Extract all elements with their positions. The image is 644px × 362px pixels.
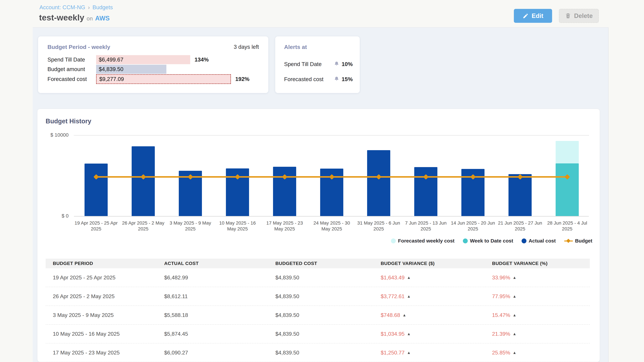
- x-axis-label-2: 26 Apr 2025 - 2 May 2025: [120, 220, 166, 232]
- budget-amount-label: Budget amount: [48, 66, 96, 72]
- chevron-right-icon: ›: [88, 4, 90, 10]
- cell-variance-usd: $1,034.95▲: [381, 331, 404, 337]
- y-axis-label-zero: $ 0: [39, 213, 68, 219]
- cell-actual-cost: $6,090.27: [164, 350, 188, 356]
- alert-row-forecast: Forecasted cost 15%: [284, 76, 353, 83]
- legend-item-budget[interactable]: Budget: [564, 238, 592, 244]
- alerts-card: Alerts at Spend Till Date 10% Forecasted…: [275, 36, 360, 93]
- x-axis-label-3: 3 May 2025 - 9 May 2025: [168, 220, 213, 232]
- forecasted-cost-row: Forecasted cost $9,277.09 192%: [48, 74, 262, 84]
- budget-history-title: Budget History: [46, 118, 91, 125]
- cell-budgeted-cost: $4,839.50: [276, 275, 299, 281]
- breadcrumb: Account: CCM-NG › Budgets: [40, 4, 113, 10]
- table-row[interactable]: 3 May 2025 - 9 May 2025$5,588.18$4,839.5…: [46, 306, 590, 325]
- legend-item-week-to-date-cost[interactable]: Week to Date cost: [463, 238, 513, 244]
- spend-till-date-bar: $6,499.67: [96, 55, 190, 64]
- cell-budgeted-cost: $4,839.50: [276, 350, 299, 356]
- chart-bar-actual-7[interactable]: [367, 150, 390, 216]
- legend-item-forecasted-weekly-cost[interactable]: Forecasted weekly cost: [391, 238, 454, 244]
- budget-amount-value: $4,839.50: [99, 66, 124, 72]
- breadcrumb-budgets-link[interactable]: Budgets: [92, 4, 113, 10]
- x-axis-label-11: 28 Jun 2025 - 4 Jul 2025: [544, 220, 590, 232]
- cell-variance-usd: $1,250.77▲: [381, 350, 404, 356]
- edit-button-label: Edit: [532, 12, 544, 19]
- page-title: test-weekly on AWS: [39, 13, 110, 22]
- cell-budget-period: 3 May 2025 - 9 May 2025: [53, 312, 114, 318]
- table-row[interactable]: 10 May 2025 - 16 May 2025$5,874.45$4,839…: [46, 325, 590, 344]
- cell-variance-pct: 15.47%▲: [492, 312, 510, 318]
- chart-bar-actual-1[interactable]: [84, 164, 108, 216]
- variance-up-arrow-icon: ▲: [513, 332, 516, 336]
- budget-history-card: Budget History $ 10000 $ 0 19 Apr 2025 -…: [37, 109, 600, 362]
- x-axis-label-6: 24 May 2025 - 30 May 2025: [309, 220, 354, 232]
- table-row[interactable]: 19 Apr 2025 - 25 Apr 2025$6,482.99$4,839…: [46, 268, 590, 287]
- chart-baseline: [74, 216, 589, 217]
- legend-label: Budget: [575, 238, 592, 244]
- legend-dot-week-to-date: [463, 239, 468, 243]
- chart-gridline-10000: [74, 135, 589, 136]
- legend-item-actual-cost[interactable]: Actual cost: [522, 238, 556, 244]
- cloud-provider-label: AWS: [95, 15, 110, 22]
- cell-variance-usd: $3,772.61▲: [381, 293, 404, 300]
- variance-up-arrow-icon: ▲: [402, 313, 406, 318]
- variance-up-arrow-icon: ▲: [407, 294, 411, 299]
- spend-till-date-percent: 134%: [194, 56, 209, 63]
- chart-bar-actual-10[interactable]: [508, 174, 532, 216]
- spend-till-date-row: Spend Till Date $6,499.67 134%: [48, 55, 262, 64]
- budget-name: test-weekly: [39, 13, 84, 22]
- variance-up-arrow-icon: ▲: [407, 332, 411, 336]
- alert-row-spend: Spend Till Date 10%: [284, 60, 353, 68]
- col-budget-variance-pct: BUDGET VARIANCE (%): [492, 261, 548, 266]
- x-axis-label-8: 7 Jun 2025 - 13 Jun 2025: [403, 220, 448, 232]
- forecasted-cost-label: Forecasted cost: [48, 76, 96, 82]
- cell-budget-period: 26 Apr 2025 - 2 May 2025: [53, 293, 114, 300]
- budget-period-card-title: Budget Period - weekly: [48, 44, 110, 50]
- alert-forecast-label: Forecasted cost: [284, 76, 324, 82]
- cell-actual-cost: $6,482.99: [164, 275, 188, 281]
- chart-bar-actual-2[interactable]: [132, 146, 155, 216]
- spend-till-date-label: Spend Till Date: [48, 56, 96, 63]
- cell-actual-cost: $5,588.18: [164, 312, 188, 318]
- delete-button-label: Delete: [574, 12, 593, 19]
- delete-button[interactable]: Delete: [559, 9, 599, 23]
- x-axis-label-9: 14 Jun 2025 - 20 Jun 2025: [450, 220, 496, 232]
- y-axis-label-max: $ 10000: [39, 132, 68, 138]
- legend-label: Actual cost: [528, 238, 556, 244]
- legend-dot-forecast: [391, 239, 396, 243]
- breadcrumb-account-link[interactable]: Account: CCM-NG: [40, 4, 85, 10]
- variance-up-arrow-icon: ▲: [513, 313, 516, 318]
- table-row[interactable]: 17 May 2025 - 23 May 2025$6,090.27$4,839…: [46, 344, 590, 362]
- col-budgeted-cost: BUDGETED COST: [276, 261, 317, 266]
- bell-icon: [334, 76, 339, 82]
- forecasted-cost-value: $9,277.09: [99, 76, 124, 82]
- x-axis-label-7: 31 May 2025 - 6 Jun 2025: [356, 220, 402, 232]
- spend-till-date-value: $6,499.67: [99, 56, 124, 63]
- cell-variance-pct: 21.39%▲: [492, 331, 510, 337]
- col-budget-period: BUDGET PERIOD: [53, 261, 93, 266]
- cell-budgeted-cost: $4,839.50: [276, 293, 299, 300]
- x-axis-label-5: 17 May 2025 - 23 May 2025: [262, 220, 308, 232]
- legend-label: Forecasted weekly cost: [398, 238, 454, 244]
- forecasted-cost-percent: 192%: [235, 76, 250, 82]
- cell-budgeted-cost: $4,839.50: [276, 331, 299, 337]
- legend-label: Week to Date cost: [470, 238, 513, 244]
- forecasted-cost-bar: $9,277.09: [96, 74, 231, 84]
- on-label: on: [87, 15, 93, 22]
- variance-up-arrow-icon: ▲: [407, 275, 411, 280]
- cell-variance-usd: $1,643.49▲: [381, 275, 404, 281]
- table-row[interactable]: 26 Apr 2025 - 2 May 2025$8,612.11$4,839.…: [46, 287, 590, 306]
- x-axis-label-4: 10 May 2025 - 16 May 2025: [215, 220, 260, 232]
- cell-budgeted-cost: $4,839.50: [276, 312, 299, 318]
- chart-legend: Forecasted weekly cost Week to Date cost…: [391, 238, 592, 244]
- alert-spend-percent: 10%: [342, 61, 353, 67]
- col-actual-cost: ACTUAL COST: [164, 261, 199, 266]
- chart-bar-actual-5[interactable]: [273, 167, 296, 216]
- alert-spend-label: Spend Till Date: [284, 61, 322, 67]
- cell-actual-cost: $8,612.11: [164, 293, 188, 300]
- cell-variance-pct: 77.95%▲: [492, 293, 510, 300]
- edit-button[interactable]: Edit: [514, 9, 552, 23]
- chart-bar-wtd-11[interactable]: [556, 163, 579, 216]
- cell-budget-period: 10 May 2025 - 16 May 2025: [53, 331, 120, 337]
- trash-icon: [565, 13, 571, 19]
- legend-budget-line-icon: [564, 239, 573, 243]
